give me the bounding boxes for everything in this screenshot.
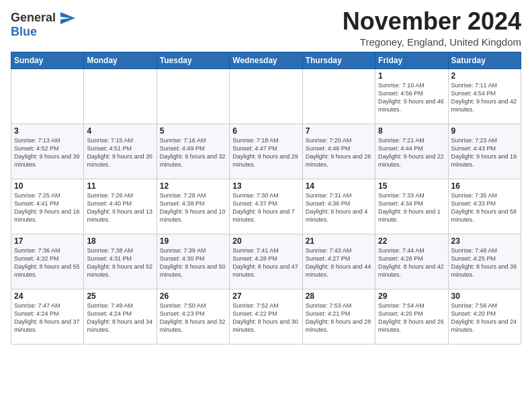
day-number: 29	[378, 291, 445, 301]
header-tuesday: Tuesday	[157, 52, 229, 68]
day-info: Sunrise: 7:26 AM Sunset: 4:40 PM Dayligh…	[87, 191, 153, 224]
day-info: Sunrise: 7:43 AM Sunset: 4:27 PM Dayligh…	[306, 246, 372, 279]
table-row	[302, 68, 375, 124]
day-number: 10	[14, 181, 81, 191]
day-info: Sunrise: 7:47 AM Sunset: 4:24 PM Dayligh…	[14, 302, 81, 334]
day-number: 23	[451, 236, 518, 246]
table-row: 14Sunrise: 7:31 AM Sunset: 4:36 PM Dayli…	[302, 179, 375, 234]
table-row: 30Sunrise: 7:56 AM Sunset: 4:20 PM Dayli…	[448, 289, 521, 344]
day-info: Sunrise: 7:30 AM Sunset: 4:37 PM Dayligh…	[232, 191, 299, 224]
day-number: 28	[306, 291, 372, 301]
table-row	[230, 68, 302, 124]
day-number: 15	[378, 181, 445, 191]
logo-arrow-icon	[60, 12, 75, 24]
table-row: 22Sunrise: 7:44 AM Sunset: 4:26 PM Dayli…	[375, 234, 448, 289]
table-row: 5Sunrise: 7:16 AM Sunset: 4:49 PM Daylig…	[157, 124, 229, 179]
table-row: 19Sunrise: 7:39 AM Sunset: 4:30 PM Dayli…	[157, 234, 229, 289]
day-number: 5	[160, 126, 226, 136]
day-number: 7	[306, 126, 372, 136]
day-info: Sunrise: 7:39 AM Sunset: 4:30 PM Dayligh…	[160, 246, 226, 279]
table-row: 13Sunrise: 7:30 AM Sunset: 4:37 PM Dayli…	[230, 179, 302, 234]
day-info: Sunrise: 7:18 AM Sunset: 4:47 PM Dayligh…	[232, 136, 299, 169]
logo-line1: General	[11, 11, 56, 24]
day-number: 11	[87, 181, 153, 191]
day-info: Sunrise: 7:13 AM Sunset: 4:52 PM Dayligh…	[14, 136, 81, 169]
logo: General Blue	[11, 11, 75, 38]
calendar: Sunday Monday Tuesday Wednesday Thursday…	[11, 52, 521, 345]
day-info: Sunrise: 7:44 AM Sunset: 4:26 PM Dayligh…	[378, 246, 445, 279]
table-row: 20Sunrise: 7:41 AM Sunset: 4:28 PM Dayli…	[230, 234, 302, 289]
title-block: November 2024 Tregoney, England, United …	[343, 8, 521, 48]
day-number: 9	[451, 126, 518, 136]
day-info: Sunrise: 7:49 AM Sunset: 4:24 PM Dayligh…	[87, 302, 153, 334]
table-row	[84, 68, 157, 124]
day-number: 6	[232, 126, 299, 136]
logo-text: General Blue	[11, 11, 75, 38]
day-number: 17	[14, 236, 81, 246]
day-info: Sunrise: 7:16 AM Sunset: 4:49 PM Dayligh…	[160, 136, 226, 169]
day-info: Sunrise: 7:46 AM Sunset: 4:25 PM Dayligh…	[451, 246, 518, 279]
day-number: 26	[160, 291, 226, 301]
table-row: 16Sunrise: 7:35 AM Sunset: 4:33 PM Dayli…	[448, 179, 521, 234]
day-number: 25	[87, 291, 153, 301]
table-row: 23Sunrise: 7:46 AM Sunset: 4:25 PM Dayli…	[448, 234, 521, 289]
table-row: 27Sunrise: 7:52 AM Sunset: 4:22 PM Dayli…	[230, 289, 302, 344]
day-number: 3	[14, 126, 81, 136]
day-number: 2	[451, 71, 518, 81]
day-number: 4	[87, 126, 153, 136]
header-sunday: Sunday	[11, 52, 84, 68]
table-row: 25Sunrise: 7:49 AM Sunset: 4:24 PM Dayli…	[84, 289, 157, 344]
table-row: 24Sunrise: 7:47 AM Sunset: 4:24 PM Dayli…	[11, 289, 84, 344]
day-info: Sunrise: 7:20 AM Sunset: 4:46 PM Dayligh…	[306, 136, 372, 169]
table-row: 26Sunrise: 7:50 AM Sunset: 4:23 PM Dayli…	[157, 289, 229, 344]
header-wednesday: Wednesday	[230, 52, 302, 68]
day-info: Sunrise: 7:31 AM Sunset: 4:36 PM Dayligh…	[306, 191, 372, 224]
day-number: 8	[378, 126, 445, 136]
table-row: 10Sunrise: 7:25 AM Sunset: 4:41 PM Dayli…	[11, 179, 84, 234]
day-number: 12	[160, 181, 226, 191]
day-info: Sunrise: 7:53 AM Sunset: 4:21 PM Dayligh…	[306, 302, 372, 334]
header-thursday: Thursday	[302, 52, 375, 68]
day-number: 21	[306, 236, 372, 246]
day-number: 22	[378, 236, 445, 246]
day-info: Sunrise: 7:38 AM Sunset: 4:31 PM Dayligh…	[87, 246, 153, 279]
day-info: Sunrise: 7:28 AM Sunset: 4:38 PM Dayligh…	[160, 191, 226, 224]
day-info: Sunrise: 7:23 AM Sunset: 4:43 PM Dayligh…	[451, 136, 518, 169]
day-info: Sunrise: 7:50 AM Sunset: 4:23 PM Dayligh…	[160, 302, 226, 334]
day-number: 30	[451, 291, 518, 301]
day-number: 14	[306, 181, 372, 191]
day-number: 27	[232, 291, 299, 301]
day-info: Sunrise: 7:11 AM Sunset: 4:54 PM Dayligh…	[451, 81, 518, 114]
day-info: Sunrise: 7:33 AM Sunset: 4:34 PM Dayligh…	[378, 191, 445, 224]
table-row: 7Sunrise: 7:20 AM Sunset: 4:46 PM Daylig…	[302, 124, 375, 179]
day-info: Sunrise: 7:21 AM Sunset: 4:44 PM Dayligh…	[378, 136, 445, 169]
day-info: Sunrise: 7:56 AM Sunset: 4:20 PM Dayligh…	[451, 302, 518, 334]
day-number: 18	[87, 236, 153, 246]
table-row: 21Sunrise: 7:43 AM Sunset: 4:27 PM Dayli…	[302, 234, 375, 289]
day-info: Sunrise: 7:10 AM Sunset: 4:56 PM Dayligh…	[378, 81, 445, 114]
table-row: 3Sunrise: 7:13 AM Sunset: 4:52 PM Daylig…	[11, 124, 84, 179]
day-info: Sunrise: 7:15 AM Sunset: 4:51 PM Dayligh…	[87, 136, 153, 169]
table-row: 28Sunrise: 7:53 AM Sunset: 4:21 PM Dayli…	[302, 289, 375, 344]
day-info: Sunrise: 7:35 AM Sunset: 4:33 PM Dayligh…	[451, 191, 518, 224]
calendar-header-row: Sunday Monday Tuesday Wednesday Thursday…	[11, 52, 521, 68]
header: General Blue November 2024 Tregoney, Eng…	[11, 8, 521, 48]
day-info: Sunrise: 7:54 AM Sunset: 4:20 PM Dayligh…	[378, 302, 445, 334]
day-info: Sunrise: 7:52 AM Sunset: 4:22 PM Dayligh…	[232, 302, 299, 334]
day-number: 20	[232, 236, 299, 246]
location: Tregoney, England, United Kingdom	[343, 36, 521, 48]
table-row: 29Sunrise: 7:54 AM Sunset: 4:20 PM Dayli…	[375, 289, 448, 344]
day-info: Sunrise: 7:36 AM Sunset: 4:32 PM Dayligh…	[14, 246, 81, 279]
table-row: 6Sunrise: 7:18 AM Sunset: 4:47 PM Daylig…	[230, 124, 302, 179]
table-row: 12Sunrise: 7:28 AM Sunset: 4:38 PM Dayli…	[157, 179, 229, 234]
logo-line2: Blue	[11, 25, 75, 39]
table-row	[11, 68, 84, 124]
page: General Blue November 2024 Tregoney, Eng…	[0, 0, 532, 411]
table-row: 17Sunrise: 7:36 AM Sunset: 4:32 PM Dayli…	[11, 234, 84, 289]
table-row	[157, 68, 229, 124]
day-number: 13	[232, 181, 299, 191]
day-info: Sunrise: 7:25 AM Sunset: 4:41 PM Dayligh…	[14, 191, 81, 224]
header-monday: Monday	[84, 52, 157, 68]
table-row: 11Sunrise: 7:26 AM Sunset: 4:40 PM Dayli…	[84, 179, 157, 234]
day-number: 19	[160, 236, 226, 246]
